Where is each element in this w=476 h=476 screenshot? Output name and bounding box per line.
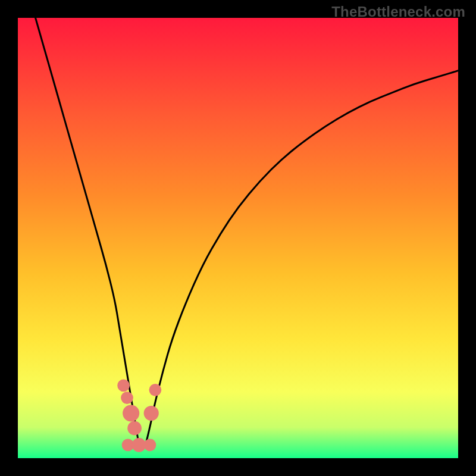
data-marker bbox=[127, 421, 142, 436]
data-marker bbox=[123, 405, 139, 421]
chart-svg bbox=[18, 18, 458, 458]
data-marker bbox=[121, 392, 133, 404]
data-marker bbox=[144, 406, 159, 421]
data-marker bbox=[144, 439, 156, 451]
gradient-background bbox=[18, 18, 458, 458]
data-marker bbox=[149, 384, 162, 396]
data-marker bbox=[117, 380, 130, 392]
plot-area bbox=[18, 18, 458, 458]
chart-frame: TheBottleneck.com bbox=[0, 0, 476, 476]
